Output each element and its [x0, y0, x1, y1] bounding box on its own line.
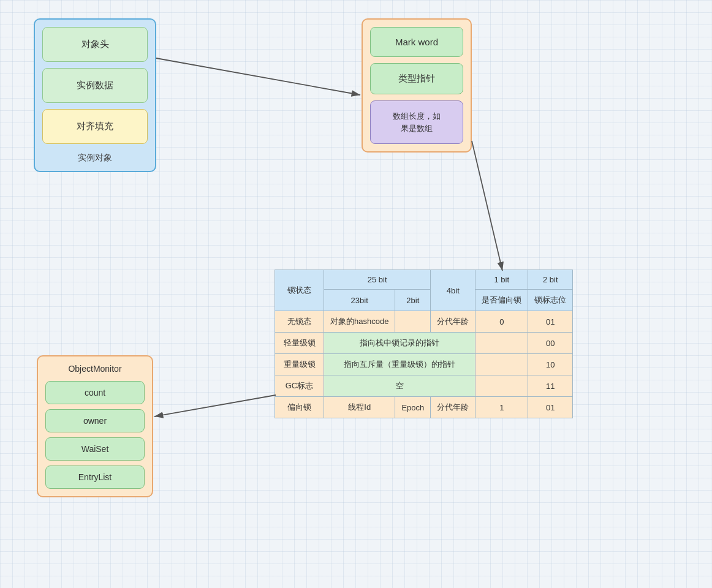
instance-object-box: 对象头 实例数据 对齐填充 实例对象: [34, 18, 156, 172]
array-length-item: 数组长度，如 果是数组: [370, 100, 463, 144]
gc-flag: 11: [528, 375, 573, 397]
unlocked-hashcode: 对象的hashcode: [324, 311, 395, 333]
monitor-owner: owner: [45, 409, 145, 432]
biased-header: 是否偏向锁: [475, 290, 528, 311]
flag-header: 锁标志位: [528, 290, 573, 311]
lightweight-pointer: 指向栈中锁记录的指针: [324, 333, 475, 354]
lock-state-header: 锁状态: [275, 270, 324, 311]
heavyweight-pointer: 指向互斥量（重量级锁）的指针: [324, 354, 475, 375]
heavyweight-lock: 重量级锁: [275, 354, 324, 375]
gc-lock: GC标志: [275, 375, 324, 397]
svg-line-3: [154, 395, 276, 417]
object-monitor-box: ObjectMonitor count owner WaiSet EntryLi…: [37, 355, 153, 497]
instance-object-label: 实例对象: [42, 153, 148, 164]
object-header-box: Mark word 类型指针 数组长度，如 果是数组: [362, 18, 472, 153]
type-pointer-item: 类型指针: [370, 63, 463, 94]
unlocked-flag: 01: [528, 311, 573, 333]
4bit-header: 4bit: [431, 270, 475, 311]
1bit-header: 1 bit: [475, 270, 528, 290]
instance-data-item: 实例数据: [42, 68, 148, 103]
biased-biased: 1: [475, 397, 528, 418]
heavyweight-biased: [475, 354, 528, 375]
instance-header-item: 对象头: [42, 27, 148, 62]
monitor-waiset: WaiSet: [45, 437, 145, 461]
unlocked-age-col: [395, 311, 431, 333]
unlocked-lock: 无锁态: [275, 311, 324, 333]
monitor-count: count: [45, 381, 145, 404]
25bit-header: 25 bit: [324, 270, 431, 290]
biased-flag: 01: [528, 397, 573, 418]
instance-padding-item: 对齐填充: [42, 109, 148, 144]
lightweight-lock: 轻量级锁: [275, 333, 324, 354]
23bit-sub-header: 23bit: [324, 290, 395, 311]
2bit-header: 2 bit: [528, 270, 573, 290]
biased-age: 分代年龄: [431, 397, 475, 418]
monitor-entrylist: EntryList: [45, 466, 145, 489]
biased-lock: 偏向锁: [275, 397, 324, 418]
heavyweight-flag: 10: [528, 354, 573, 375]
gc-biased: [475, 375, 528, 397]
svg-line-1: [156, 58, 360, 95]
2bit-sub-header: 2bit: [395, 290, 431, 311]
lightweight-biased: [475, 333, 528, 354]
monitor-title: ObjectMonitor: [45, 364, 145, 374]
unlocked-biased: 0: [475, 311, 528, 333]
gc-content: 空: [324, 375, 475, 397]
lightweight-flag: 00: [528, 333, 573, 354]
svg-line-2: [472, 141, 502, 271]
markword-table: 锁状态 25 bit 4bit 1 bit 2 bit 23bit 2bit 是…: [275, 270, 573, 418]
mark-word-item: Mark word: [370, 27, 463, 57]
biased-threadid: 线程Id: [324, 397, 395, 418]
biased-epoch: Epoch: [395, 397, 431, 418]
unlocked-age: 分代年龄: [431, 311, 475, 333]
